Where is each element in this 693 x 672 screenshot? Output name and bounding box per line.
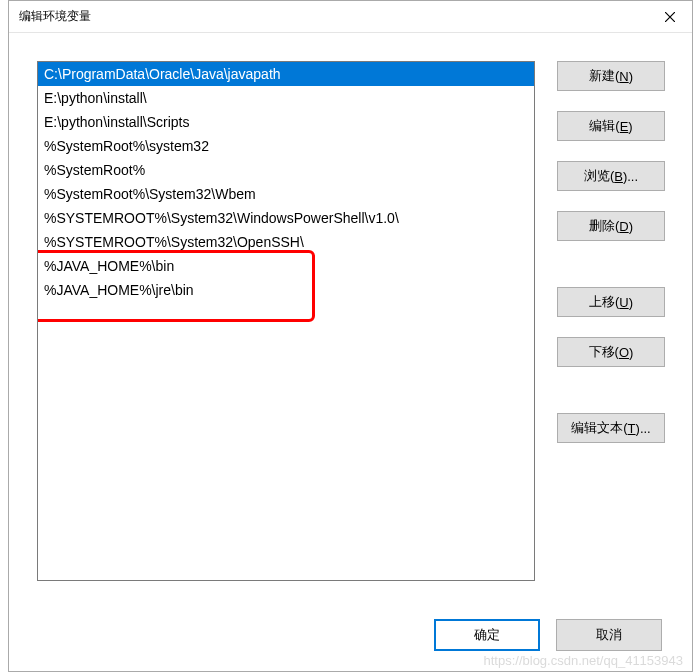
delete-button[interactable]: 删除(D) [557,211,665,241]
new-button[interactable]: 新建(N) [557,61,665,91]
list-item[interactable]: E:\python\install\ [38,86,534,110]
btn-label-pre: 删除( [589,217,619,235]
btn-label-pre: 新建( [589,67,619,85]
edit-text-button[interactable]: 编辑文本(T)... [557,413,665,443]
move-down-button[interactable]: 下移(O) [557,337,665,367]
list-item[interactable]: C:\ProgramData\Oracle\Java\javapath [38,62,534,86]
path-listbox[interactable]: C:\ProgramData\Oracle\Java\javapathE:\py… [37,61,535,581]
list-item[interactable]: %JAVA_HOME%\bin [38,254,534,278]
list-item[interactable]: %SystemRoot%\system32 [38,134,534,158]
btn-label-pre: 编辑( [589,117,619,135]
btn-accel: T [628,421,636,436]
browse-button[interactable]: 浏览(B)... [557,161,665,191]
edit-env-var-dialog: 编辑环境变量 C:\ProgramData\Oracle\Java\javapa… [8,0,693,672]
list-item[interactable]: %JAVA_HOME%\jre\bin [38,278,534,302]
btn-accel: O [619,345,629,360]
close-button[interactable] [647,2,692,32]
btn-label-post: )... [636,421,651,436]
close-icon [665,12,675,22]
btn-accel: N [619,69,628,84]
btn-label-post: ) [629,295,633,310]
btn-label-pre: 编辑文本( [571,419,627,437]
btn-label-pre: 浏览( [584,167,614,185]
btn-accel: E [620,119,629,134]
list-item[interactable]: %SystemRoot%\System32\Wbem [38,182,534,206]
btn-label-post: )... [623,169,638,184]
btn-label-post: ) [629,219,633,234]
btn-label-post: ) [628,119,632,134]
cancel-button[interactable]: 取消 [556,619,662,651]
btn-label-pre: 上移( [589,293,619,311]
list-item[interactable]: E:\python\install\Scripts [38,110,534,134]
dialog-footer: 确定 取消 [37,619,666,651]
ok-button[interactable]: 确定 [434,619,540,651]
btn-accel: D [619,219,628,234]
btn-label-post: ) [629,345,633,360]
list-item[interactable]: %SystemRoot% [38,158,534,182]
list-item[interactable]: %SYSTEMROOT%\System32\WindowsPowerShell\… [38,206,534,230]
btn-accel: B [614,169,623,184]
titlebar[interactable]: 编辑环境变量 [9,1,692,33]
btn-label-post: ) [629,69,633,84]
move-up-button[interactable]: 上移(U) [557,287,665,317]
main-row: C:\ProgramData\Oracle\Java\javapathE:\py… [37,61,666,597]
dialog-content: C:\ProgramData\Oracle\Java\javapathE:\py… [9,33,692,671]
btn-accel: U [619,295,628,310]
edit-button[interactable]: 编辑(E) [557,111,665,141]
btn-label-pre: 下移( [589,343,619,361]
list-item[interactable]: %SYSTEMROOT%\System32\OpenSSH\ [38,230,534,254]
dialog-title: 编辑环境变量 [19,8,647,25]
buttons-column: 新建(N) 编辑(E) 浏览(B)... 删除(D) 上移(U) 下移(O) [557,61,665,597]
